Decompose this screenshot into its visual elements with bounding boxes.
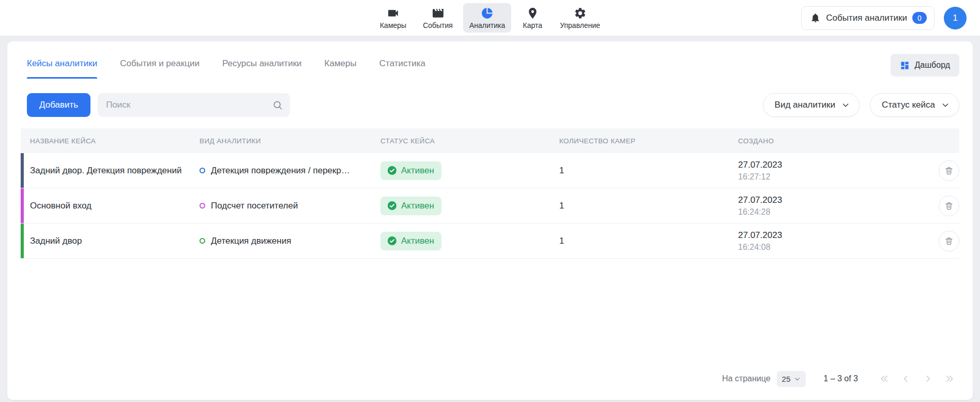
tabs: Кейсы аналитики События и реакции Ресурс… (27, 58, 425, 79)
tab-statistics[interactable]: Статистика (379, 58, 425, 79)
tab-cameras[interactable]: Камеры (325, 58, 357, 79)
nav-label: Карта (523, 21, 542, 29)
first-page-button[interactable] (876, 370, 893, 388)
chevron-down-icon (941, 101, 950, 109)
table-header: НАЗВАНИЕ КЕЙСА ВИД АНАЛИТИКИ СТАТУС КЕЙС… (21, 128, 959, 153)
page-range: 1 – 3 of 3 (823, 374, 858, 383)
analytics-type-icon (200, 203, 205, 209)
created-at: 27.07.2023 16:27:12 (738, 160, 930, 182)
top-bar: Камеры События Аналитика Карта Управлени (0, 0, 980, 36)
column-header-name: НАЗВАНИЕ КЕЙСА (21, 137, 200, 145)
prev-page-button[interactable] (897, 370, 915, 388)
created-at: 27.07.2023 16:24:28 (738, 195, 930, 217)
column-header-created: СОЗДАНО (738, 137, 930, 145)
analytics-events-button[interactable]: События аналитики 0 (801, 6, 935, 30)
tab-analytics-cases[interactable]: Кейсы аналитики (27, 58, 97, 79)
events-button-label: События аналитики (826, 13, 907, 23)
nav-item-map[interactable]: Карта (515, 3, 549, 33)
table-row[interactable]: Задний двор. Детекция повреждений Детекц… (21, 153, 959, 188)
analytics-type-filter[interactable]: Вид аналитики (763, 93, 860, 117)
case-analytics-type: Детекция движения (200, 236, 380, 246)
analytics-type-icon (200, 168, 205, 173)
pager (876, 370, 958, 388)
table-row[interactable]: Основной вход Подсчет посетителей Активе… (21, 188, 959, 224)
analytics-type-icon (200, 238, 205, 244)
pagination: На странице 25 1 – 3 of 3 (7, 360, 973, 400)
map-pin-icon (526, 7, 539, 20)
chevron-down-icon (794, 376, 801, 382)
tab-events-reactions[interactable]: События и реакции (120, 58, 200, 79)
video-camera-icon (387, 7, 400, 20)
movie-events-icon (432, 7, 445, 20)
per-page-select[interactable]: 25 (777, 371, 806, 387)
search-icon (272, 100, 283, 110)
case-name: Основной вход (21, 201, 200, 211)
camera-count: 1 (559, 236, 738, 246)
case-color-bar (21, 188, 24, 223)
nav-item-cameras[interactable]: Камеры (374, 3, 412, 33)
case-status-filter[interactable]: Статус кейса (870, 93, 959, 117)
add-case-button[interactable]: Добавить (27, 93, 90, 117)
delete-case-button[interactable] (939, 231, 959, 251)
events-count-badge: 0 (912, 12, 927, 24)
delete-case-button[interactable] (939, 196, 959, 216)
case-analytics-type: Подсчет посетителей (200, 201, 380, 211)
case-name: Задний двор (21, 236, 200, 246)
status-badge: Активен (380, 232, 441, 250)
check-circle-icon (388, 201, 396, 210)
case-analytics-type: Детекция повреждения / перекр… (200, 166, 380, 176)
page-background: Кейсы аналитики События и реакции Ресурс… (0, 36, 980, 402)
created-at: 27.07.2023 16:24:08 (738, 230, 930, 252)
nav-label: Камеры (380, 21, 406, 29)
case-status: Активен (380, 197, 559, 215)
check-circle-icon (388, 236, 396, 245)
column-header-cameras: КОЛИЧЕСТВО КАМЕР (559, 137, 738, 145)
analytics-card: Кейсы аналитики События и реакции Ресурс… (7, 41, 973, 400)
chevron-down-icon (841, 101, 850, 109)
status-badge: Активен (380, 197, 441, 215)
gear-icon (574, 7, 587, 20)
case-color-bar (21, 153, 24, 188)
case-status: Активен (380, 232, 559, 250)
filter-label: Вид аналитики (775, 100, 835, 110)
nav-label: События (423, 21, 453, 29)
check-circle-icon (388, 166, 396, 175)
filters: Вид аналитики Статус кейса (763, 93, 959, 117)
camera-count: 1 (559, 166, 738, 176)
per-page-label: На странице (722, 374, 771, 383)
nav-item-events[interactable]: События (417, 3, 459, 33)
bell-icon (810, 12, 821, 23)
table-row[interactable]: Задний двор Детекция движения Активен 1 … (21, 224, 959, 259)
column-header-status: СТАТУС КЕЙСА (380, 137, 559, 145)
next-page-button[interactable] (919, 370, 937, 388)
delete-case-button[interactable] (939, 160, 959, 181)
dashboard-button[interactable]: Дашборд (891, 54, 960, 77)
cases-table: НАЗВАНИЕ КЕЙСА ВИД АНАЛИТИКИ СТАТУС КЕЙС… (21, 128, 959, 259)
nav-label: Аналитика (469, 21, 505, 29)
toolbar: Добавить Вид аналитики Статус кейса (7, 83, 973, 128)
column-header-type: ВИД АНАЛИТИКИ (200, 137, 380, 145)
nav-item-analytics[interactable]: Аналитика (463, 3, 511, 33)
nav-item-management[interactable]: Управление (554, 3, 606, 33)
dashboard-grid-icon (900, 61, 910, 70)
case-color-bar (21, 224, 24, 258)
search-box (98, 93, 290, 117)
camera-count: 1 (559, 201, 738, 211)
dashboard-button-label: Дашборд (915, 61, 951, 70)
last-page-button[interactable] (941, 370, 958, 388)
status-badge: Активен (380, 161, 441, 180)
filter-label: Статус кейса (882, 100, 935, 110)
case-name: Задний двор. Детекция повреждений (21, 166, 200, 176)
pie-chart-icon (481, 7, 494, 20)
tab-analytics-resources[interactable]: Ресурсы аналитики (222, 58, 302, 79)
case-status: Активен (380, 161, 559, 180)
nav-label: Управление (560, 21, 600, 29)
search-input[interactable] (106, 100, 272, 110)
avatar[interactable]: 1 (944, 7, 967, 29)
tabs-row: Кейсы аналитики События и реакции Ресурс… (7, 41, 973, 83)
